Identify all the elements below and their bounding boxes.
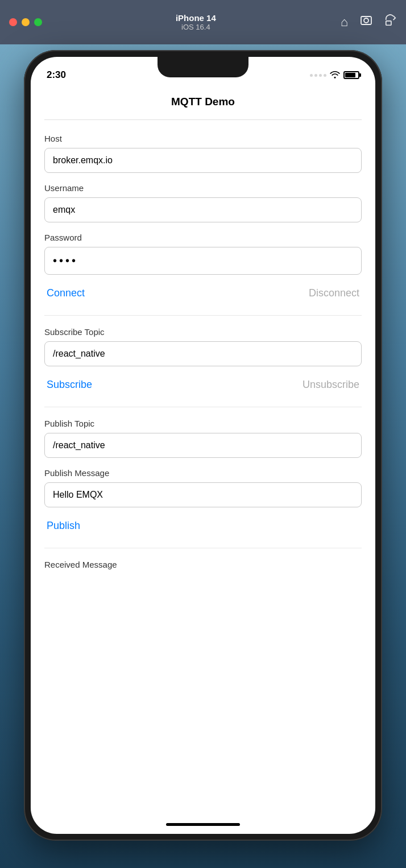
wifi-icon [330, 71, 340, 80]
subscribe-button[interactable]: Subscribe [47, 377, 92, 393]
publish-button[interactable]: Publish [47, 518, 80, 534]
app-title: MQTT Demo [44, 86, 362, 120]
divider-1 [44, 315, 362, 316]
username-input[interactable] [44, 197, 362, 222]
minimize-button[interactable] [22, 18, 30, 26]
app-content[interactable]: MQTT Demo Host Username Password Connect… [31, 86, 375, 815]
host-input[interactable] [44, 148, 362, 173]
subscribe-topic-input[interactable] [44, 341, 362, 366]
connect-button[interactable]: Connect [47, 285, 85, 301]
home-indicator [31, 815, 375, 834]
phone-screen: 2:30 [31, 57, 375, 834]
publish-row: Publish [44, 518, 362, 534]
svg-point-1 [364, 18, 368, 23]
disconnect-button[interactable]: Disconnect [309, 285, 359, 301]
divider-3 [44, 548, 362, 548]
titlebar: iPhone 14 iOS 16.4 ⌂ [0, 0, 406, 44]
host-label: Host [44, 134, 362, 143]
status-icons [310, 71, 359, 80]
signal-icon [310, 74, 326, 77]
home-bar [166, 823, 240, 826]
rotate-icon[interactable] [384, 14, 397, 30]
phone-bezel: 2:30 [24, 50, 382, 841]
traffic-lights [9, 18, 42, 26]
device-info: iPhone 14 iOS 16.4 [51, 13, 341, 31]
subscribe-row: Subscribe Unsubscribe [44, 377, 362, 393]
received-message-label: Received Message [44, 560, 362, 569]
screenshot-icon[interactable] [359, 14, 373, 31]
titlebar-icons: ⌂ [341, 14, 397, 31]
notch [158, 57, 248, 77]
password-label: Password [44, 233, 362, 242]
connect-row: Connect Disconnect [44, 285, 362, 301]
username-label: Username [44, 183, 362, 193]
unsubscribe-button[interactable]: Unsubscribe [303, 377, 359, 393]
publish-topic-label: Publish Topic [44, 419, 362, 428]
password-input[interactable] [44, 247, 362, 275]
publish-message-input[interactable] [44, 482, 362, 507]
svg-rect-2 [386, 21, 391, 25]
close-button[interactable] [9, 18, 17, 26]
battery-icon [343, 71, 359, 79]
publish-message-label: Publish Message [44, 468, 362, 478]
device-os: iOS 16.4 [181, 23, 210, 31]
fullscreen-button[interactable] [34, 18, 42, 26]
device-name: iPhone 14 [176, 13, 216, 23]
status-time: 2:30 [47, 69, 66, 81]
divider-2 [44, 407, 362, 407]
publish-topic-input[interactable] [44, 433, 362, 458]
home-icon[interactable]: ⌂ [341, 15, 348, 30]
subscribe-topic-label: Subscribe Topic [44, 327, 362, 337]
